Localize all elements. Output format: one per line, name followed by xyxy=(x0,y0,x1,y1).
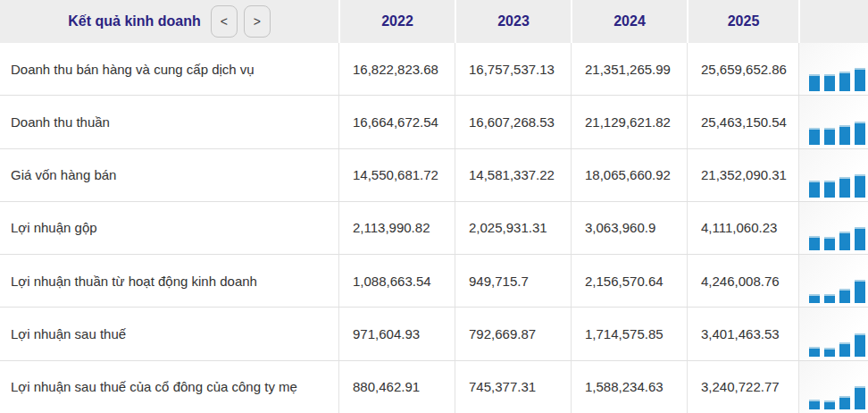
sparkline-cell xyxy=(798,361,868,413)
sparkline-cell xyxy=(798,96,868,148)
spark-bar xyxy=(855,68,865,91)
sparkline-cell xyxy=(798,308,868,359)
spark-bar xyxy=(839,289,850,303)
value-cell-2024: 21,351,265.99 xyxy=(571,43,687,95)
sparkline-cell xyxy=(798,149,868,201)
table-row: Lợi nhuận gộp 2,113,990.82 2,025,931.31 … xyxy=(0,202,868,255)
value-cell-2023: 14,581,337.22 xyxy=(455,149,571,201)
table-row: Lợi nhuận sau thuế 971,604.93 792,669.87… xyxy=(0,308,868,360)
sparkline-chart xyxy=(809,384,865,409)
prev-period-button[interactable]: < xyxy=(211,5,238,38)
spark-bar xyxy=(855,122,865,145)
spark-bar xyxy=(809,128,820,145)
row-label: Doanh thu thuần xyxy=(0,96,338,148)
value-cell-2023: 16,757,537.13 xyxy=(455,43,571,95)
sparkline-cell xyxy=(798,43,868,95)
sparkline-chart xyxy=(809,225,865,250)
value-cell-2022: 1,088,663.54 xyxy=(338,255,455,307)
value-cell-2024: 21,129,621.82 xyxy=(571,96,687,148)
spark-bar xyxy=(809,181,820,198)
value-cell-2025: 25,463,150.54 xyxy=(687,96,798,148)
value-cell-2022: 16,664,672.54 xyxy=(338,96,455,148)
spark-bar xyxy=(824,400,835,409)
table-row: Doanh thu bán hàng và cung cấp dịch vụ 1… xyxy=(0,43,868,96)
table-header-row: Kết quả kinh doanh < > 2022 2023 2024 20… xyxy=(0,0,868,43)
next-period-button[interactable]: > xyxy=(244,5,271,38)
value-cell-2024: 1,714,575.85 xyxy=(571,308,687,359)
table-row: Giá vốn hàng bán 14,550,681.72 14,581,33… xyxy=(0,149,868,202)
value-cell-2025: 4,111,060.23 xyxy=(687,202,798,254)
spark-bar xyxy=(809,236,820,250)
spark-bar xyxy=(855,280,865,303)
spark-bar xyxy=(839,342,850,357)
spark-bar xyxy=(855,227,865,250)
value-cell-2025: 3,401,463.53 xyxy=(687,308,798,359)
spark-bar xyxy=(824,74,835,91)
value-cell-2024: 2,156,570.64 xyxy=(571,255,687,307)
table-title-cell: Kết quả kinh doanh < > xyxy=(0,0,338,43)
value-cell-2022: 14,550,681.72 xyxy=(338,149,455,201)
spark-bar xyxy=(855,386,865,409)
spark-bar xyxy=(824,181,835,198)
spark-bar xyxy=(855,333,865,357)
spark-bar xyxy=(824,128,835,145)
table-title: Kết quả kinh doanh xyxy=(68,13,200,30)
value-cell-2022: 16,822,823.68 xyxy=(338,43,455,95)
spark-bar xyxy=(809,400,820,409)
row-label: Doanh thu bán hàng và cung cấp dịch vụ xyxy=(0,43,338,95)
year-header-2022: 2022 xyxy=(338,0,455,43)
sparkline-chart xyxy=(809,332,865,357)
spark-bar xyxy=(839,72,850,91)
value-cell-2024: 1,588,234.63 xyxy=(571,361,687,413)
sparkline-chart xyxy=(809,66,865,91)
spark-bar xyxy=(809,294,820,303)
spark-bar xyxy=(839,177,850,198)
year-header-2025: 2025 xyxy=(687,0,798,43)
sparkline-chart xyxy=(809,120,865,145)
row-label: Lợi nhuận sau thuế của cổ đông của công … xyxy=(0,361,338,413)
value-cell-2022: 971,604.93 xyxy=(338,308,455,359)
row-label: Lợi nhuận gộp xyxy=(0,202,338,254)
spark-bar xyxy=(855,174,865,198)
value-cell-2025: 21,352,090.31 xyxy=(687,149,798,201)
financial-results-table: Kết quả kinh doanh < > 2022 2023 2024 20… xyxy=(0,0,868,413)
value-cell-2024: 3,063,960.9 xyxy=(571,202,687,254)
sparkline-chart xyxy=(809,278,865,303)
row-label: Giá vốn hàng bán xyxy=(0,149,338,201)
year-header-2024: 2024 xyxy=(571,0,687,43)
value-cell-2024: 18,065,660.92 xyxy=(571,149,687,201)
spark-bar xyxy=(839,232,850,250)
value-cell-2023: 2,025,931.31 xyxy=(455,202,571,254)
table-row: Doanh thu thuần 16,664,672.54 16,607,268… xyxy=(0,96,868,148)
spark-bar xyxy=(809,347,820,357)
spark-bar xyxy=(839,125,850,145)
value-cell-2023: 745,377.31 xyxy=(455,361,571,413)
row-label: Lợi nhuận thuần từ hoạt động kinh doanh xyxy=(0,255,338,307)
value-cell-2025: 3,240,722.77 xyxy=(687,361,798,413)
row-label: Lợi nhuận sau thuế xyxy=(0,308,338,359)
spark-bar xyxy=(824,348,835,357)
sparkline-header-cell xyxy=(798,0,868,43)
sparkline-chart xyxy=(809,173,865,198)
value-cell-2023: 16,607,268.53 xyxy=(455,96,571,148)
table-row: Lợi nhuận thuần từ hoạt động kinh doanh … xyxy=(0,255,868,308)
spark-bar xyxy=(824,237,835,250)
sparkline-cell xyxy=(798,202,868,254)
year-header-2023: 2023 xyxy=(455,0,571,43)
sparkline-cell xyxy=(798,255,868,307)
value-cell-2023: 792,669.87 xyxy=(455,308,571,359)
value-cell-2025: 4,246,008.76 xyxy=(687,255,798,307)
value-cell-2025: 25,659,652.86 xyxy=(687,43,798,95)
table-row: Lợi nhuận sau thuế của cổ đông của công … xyxy=(0,361,868,413)
spark-bar xyxy=(839,396,850,409)
value-cell-2022: 880,462.91 xyxy=(338,361,455,413)
table-body: Doanh thu bán hàng và cung cấp dịch vụ 1… xyxy=(0,43,868,413)
spark-bar xyxy=(824,294,835,303)
value-cell-2022: 2,113,990.82 xyxy=(338,202,455,254)
value-cell-2023: 949,715.7 xyxy=(455,255,571,307)
spark-bar xyxy=(809,74,820,91)
